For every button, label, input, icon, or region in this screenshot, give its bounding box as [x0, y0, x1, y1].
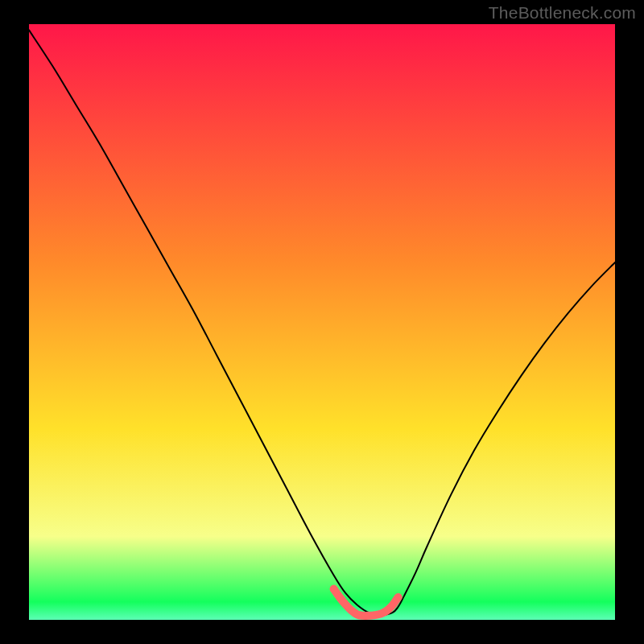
gradient-background	[29, 24, 615, 620]
chart-frame: TheBottleneck.com	[0, 0, 644, 644]
watermark-text: TheBottleneck.com	[489, 3, 636, 23]
chart-svg	[29, 24, 615, 620]
plot-area	[29, 24, 615, 620]
